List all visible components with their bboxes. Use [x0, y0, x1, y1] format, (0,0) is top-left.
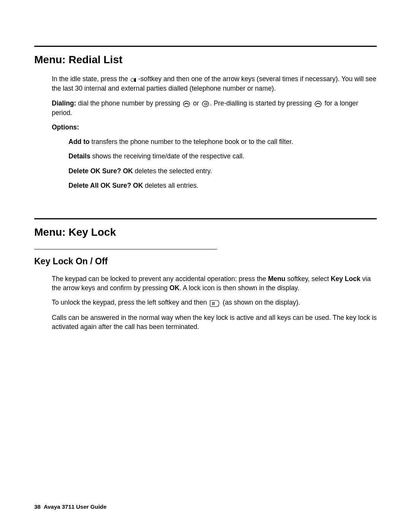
- options-list: Add to transfers the phone number to the…: [68, 137, 377, 190]
- horizontal-rule: [34, 46, 377, 47]
- dialing-label: Dialing:: [52, 99, 76, 107]
- text-fragment: The keypad can be locked to prevent any …: [52, 275, 268, 283]
- text-fragment: . A lock icon is then shown in the displ…: [180, 284, 299, 292]
- text-fragment: In the idle state, press the: [52, 75, 130, 83]
- menu-softkey-icon: [131, 75, 137, 84]
- text-fragment: To unlock the keypad, press the left sof…: [52, 299, 209, 306]
- option-text: deletes the selected entry.: [133, 167, 212, 175]
- document-page: Menu: Redial List In the idle state, pre…: [0, 0, 411, 359]
- text-fragment: dial the phone number by pressing: [76, 99, 182, 107]
- dialing-paragraph: Dialing: dial the phone number by pressi…: [52, 99, 377, 118]
- menu-bold: Menu: [268, 275, 285, 283]
- keylock-paragraph-3: Calls can be answered in the normal way …: [52, 313, 377, 331]
- list-item: Delete OK Sure? OK deletes the selected …: [68, 166, 377, 176]
- option-text: shows the receiving time/date of the res…: [90, 152, 244, 160]
- svg-point-3: [202, 101, 209, 107]
- option-text: deletes all entries.: [143, 182, 199, 189]
- text-fragment: . Pre-dialling is started by pressing: [210, 99, 314, 107]
- list-item: Delete All OK Sure? OK deletes all entri…: [68, 181, 377, 190]
- list-item: Add to transfers the phone number to the…: [68, 137, 377, 146]
- option-bold: Add to: [68, 138, 89, 145]
- svg-point-0: [131, 78, 134, 81]
- handset-button-icon: [314, 99, 322, 108]
- keylock-bold: Key Lock: [331, 275, 360, 283]
- section-heading-redial: Menu: Redial List: [34, 54, 377, 66]
- subsection-heading-keylock-onoff: Key Lock On / Off: [34, 256, 377, 267]
- page-footer: 38Avaya 3711 User Guide: [34, 503, 107, 510]
- page-number: 38: [34, 503, 41, 510]
- section-heading-keylock: Menu: Key Lock: [34, 226, 377, 238]
- svg-point-2: [183, 101, 190, 107]
- text-fragment: or: [191, 99, 201, 107]
- intro-paragraph: In the idle state, press the -softkey an…: [52, 74, 377, 93]
- speaker-button-icon: [202, 99, 209, 108]
- options-label: Options:: [52, 123, 377, 132]
- ok-bold: OK: [169, 284, 179, 292]
- hash-key-icon: [209, 298, 220, 307]
- svg-point-4: [315, 101, 322, 107]
- keylock-paragraph-1: The keypad can be locked to prevent any …: [52, 274, 377, 292]
- text-fragment: softkey, select: [285, 275, 331, 283]
- thin-horizontal-rule: [34, 249, 217, 249]
- list-item: Details shows the receiving time/date of…: [68, 152, 377, 161]
- option-text: transfers the phone number to the teleph…: [89, 138, 293, 145]
- option-bold: Details: [68, 152, 90, 160]
- text-fragment: (as shown on the display).: [221, 299, 300, 306]
- body-block: In the idle state, press the -softkey an…: [52, 74, 377, 190]
- body-block: The keypad can be locked to prevent any …: [52, 274, 377, 331]
- option-bold: Delete OK Sure? OK: [68, 167, 133, 175]
- keylock-paragraph-2: To unlock the keypad, press the left sof…: [52, 298, 377, 307]
- horizontal-rule: [34, 218, 377, 219]
- option-bold: Delete All OK Sure? OK: [68, 182, 143, 189]
- svg-rect-1: [134, 78, 136, 82]
- footer-title: Avaya 3711 User Guide: [44, 503, 107, 510]
- handset-button-icon: [183, 99, 190, 108]
